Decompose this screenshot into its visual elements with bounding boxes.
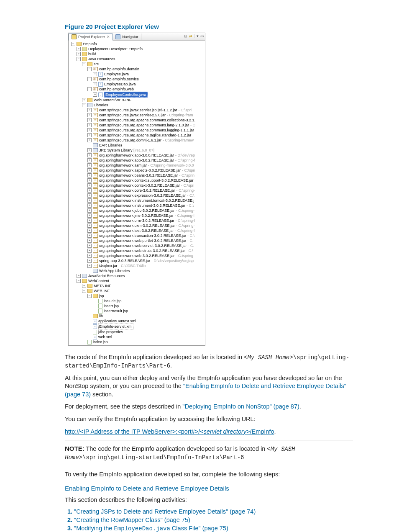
expander-icon[interactable]: +: [87, 163, 92, 167]
expander-icon[interactable]: −: [77, 57, 81, 61]
tree-item[interactable]: −Libraries: [70, 103, 204, 108]
expander-icon[interactable]: +: [87, 224, 92, 228]
expander-icon[interactable]: +: [87, 249, 92, 253]
step-link[interactable]: "Modifying the EmployeeDao.java Class Fi…: [74, 525, 228, 532]
expander-icon[interactable]: +: [87, 138, 92, 142]
tree-item[interactable]: +JEmployee.java: [70, 72, 204, 77]
tree-item[interactable]: jdbc.properties: [70, 329, 204, 334]
expander-icon[interactable]: +: [87, 218, 92, 223]
tree-item[interactable]: lib: [70, 314, 204, 319]
expander-icon[interactable]: +: [87, 183, 92, 188]
expander-icon[interactable]: +: [87, 118, 92, 122]
expander-icon[interactable]: −: [82, 289, 86, 293]
tree-item[interactable]: xweb.xml: [70, 334, 204, 339]
tree-item[interactable]: +▭org.springframework.jms-3.0.2.RELEASE.…: [70, 213, 204, 218]
expander-icon[interactable]: −: [87, 87, 92, 91]
expander-icon[interactable]: +: [87, 193, 92, 198]
tree-item[interactable]: −Java Resources: [70, 57, 204, 62]
collapse-all-icon[interactable]: ⊟: [184, 34, 187, 38]
expander-icon[interactable]: +: [82, 284, 86, 288]
expander-icon[interactable]: +: [93, 93, 97, 97]
expander-icon[interactable]: +: [87, 244, 92, 248]
expander-icon[interactable]: +: [87, 158, 92, 162]
expander-icon[interactable]: +: [87, 234, 92, 238]
expander-icon[interactable]: +: [77, 52, 81, 56]
tree-item[interactable]: EAR Libraries: [70, 143, 204, 148]
step-link[interactable]: "Creating JSPs to Delete and Retrieve Em…: [74, 508, 256, 515]
expander-icon[interactable]: +: [87, 108, 92, 112]
tree-item[interactable]: +▭com.springsource.org.apache.commons.lo…: [70, 128, 204, 133]
tree-item[interactable]: −WEB-INF: [70, 288, 204, 293]
tree-item[interactable]: +▭org.springframework.aop-3.0.0.RELEASE.…: [70, 153, 204, 158]
tree-item[interactable]: +▭org.springframework.transaction-3.0.2.…: [70, 233, 204, 238]
tree-item[interactable]: +JRE System Library [jre1.6.0_07]: [70, 148, 204, 153]
expander-icon[interactable]: −: [82, 103, 86, 107]
tree-item[interactable]: +▭org.springframework.web.portlet-3.0.2.…: [70, 238, 204, 243]
tree-item[interactable]: +▭org.springframework.expression-3.0.2.R…: [70, 193, 204, 198]
link-editor-icon[interactable]: ⇄: [189, 34, 192, 38]
tree-item[interactable]: +▭spring-aop-3.0.3.RELEASE.jar - D:\dev\…: [70, 258, 204, 263]
tree-item[interactable]: −com.hp.empinfo.service: [70, 77, 204, 82]
view-menu-icon[interactable]: ▾: [197, 34, 199, 38]
expander-icon[interactable]: −: [71, 42, 75, 46]
tree-item[interactable]: insertresult.jsp: [70, 308, 204, 314]
tree-item[interactable]: +▭org.springframework.context.support-3.…: [70, 178, 204, 183]
tree-item[interactable]: +WebContent/WEB-INF: [70, 98, 204, 103]
tree-item[interactable]: +▭org.springframework.aspects-3.0.2.RELE…: [70, 168, 204, 173]
tree-item[interactable]: −jsp: [70, 293, 204, 298]
tree-item[interactable]: index.jsp: [70, 339, 204, 344]
expander-icon[interactable]: +: [77, 274, 81, 278]
link-deploying[interactable]: "Deploying EmpInfo on NonStop" (page 87): [182, 403, 299, 410]
tree-item[interactable]: +▭com.springsource.org.apache.commons.co…: [70, 118, 204, 123]
tree-item[interactable]: +build: [70, 51, 204, 57]
tree-item[interactable]: +▭org.springframework.orm-3.0.2.RELEASE.…: [70, 218, 204, 223]
expander-icon[interactable]: +: [87, 173, 92, 177]
tree-item[interactable]: +▭org.springframework.core-3.0.2.RELEASE…: [70, 188, 204, 193]
tree-item[interactable]: +JEmployeeController.java: [70, 92, 204, 98]
expander-icon[interactable]: +: [87, 188, 92, 193]
tree-item[interactable]: +▭com.springsource.javax.servlet-2.5.0.j…: [70, 113, 204, 118]
expander-icon[interactable]: −: [77, 279, 81, 283]
tree-item[interactable]: +▭com.springsource.javax.servlet.jsp.jst…: [70, 108, 204, 113]
tree-item[interactable]: Web App Libraries: [70, 268, 204, 273]
expander-icon[interactable]: +: [87, 229, 92, 233]
expander-icon[interactable]: +: [87, 128, 92, 132]
expander-icon[interactable]: +: [87, 239, 92, 243]
tree-item[interactable]: xapplicationContext.xml: [70, 319, 204, 324]
tree-item[interactable]: +▭org.springframework.oxm-3.0.2.RELEASE.…: [70, 223, 204, 228]
expander-icon[interactable]: +: [82, 98, 86, 102]
expander-icon[interactable]: +: [93, 72, 97, 76]
expander-icon[interactable]: −: [87, 77, 92, 81]
expander-icon[interactable]: +: [87, 254, 92, 258]
tree-item[interactable]: +▭org.springframework.context-3.0.2.RELE…: [70, 183, 204, 188]
tree-item[interactable]: +▭com.springsource.org.dom4j-1.6.1.jar -…: [70, 138, 204, 143]
tree-item[interactable]: −com.hp.empinfo.domain: [70, 67, 204, 72]
expander-icon[interactable]: +: [87, 203, 92, 208]
expander-icon[interactable]: +: [87, 213, 92, 218]
tree-item[interactable]: +▭org.springframework.asm.jar - C:\sprin…: [70, 163, 204, 168]
tree-item[interactable]: insert.jsp: [70, 303, 204, 308]
expander-icon[interactable]: +: [87, 113, 92, 117]
expander-icon[interactable]: −: [87, 67, 92, 71]
tree-item[interactable]: +JEmployeeDao.java: [70, 82, 204, 87]
expander-icon[interactable]: −: [82, 62, 86, 66]
close-icon[interactable]: ✕: [107, 35, 110, 39]
tree-item[interactable]: +JavaScript Resources: [70, 273, 204, 278]
tree-item[interactable]: +▭org.springframework.web.servlet-3.0.2.…: [70, 243, 204, 248]
tree-item[interactable]: +▭org.springframework.web.struts-3.0.2.R…: [70, 248, 204, 253]
tree-item[interactable]: +▭org.springframework.jdbc-3.0.2.RELEASE…: [70, 208, 204, 213]
verify-url[interactable]: http://<IP Address of the iTP WebServer>…: [65, 428, 274, 435]
expander-icon[interactable]: +: [77, 47, 81, 51]
tree-item[interactable]: +Deployment Descriptor: EmpInfo: [70, 46, 204, 51]
expander-icon[interactable]: +: [87, 178, 92, 182]
tree-item[interactable]: +▭com.springsource.org.apache.commons.la…: [70, 123, 204, 128]
expander-icon[interactable]: +: [87, 148, 92, 152]
step-link[interactable]: "Creating the RowMapper Class" (page 75): [74, 517, 190, 523]
tree-item[interactable]: −com.hp.empinfo.web: [70, 87, 204, 92]
tree-item[interactable]: include.jsp: [70, 298, 204, 303]
tree-item[interactable]: −EmpInfo: [70, 41, 204, 46]
tree-item[interactable]: +▭org.springframework.aop-3.0.2.RELEASE.…: [70, 158, 204, 163]
expander-icon[interactable]: +: [93, 82, 97, 86]
tree-item[interactable]: +META-INF: [70, 283, 204, 288]
tree-item[interactable]: +▭org.springframework.beans-3.0.2.RELEAS…: [70, 173, 204, 178]
